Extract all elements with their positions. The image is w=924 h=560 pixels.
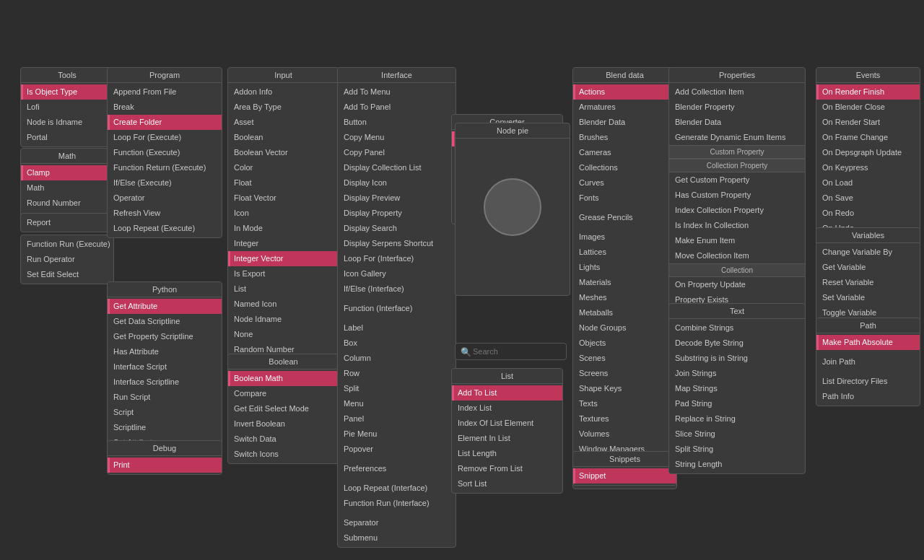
list-item[interactable]: Asset <box>228 115 339 130</box>
list-item[interactable]: Column <box>338 351 456 366</box>
list-item[interactable]: Is Export <box>228 266 339 281</box>
list-item[interactable]: Element In List <box>452 431 562 446</box>
list-item[interactable]: Clamp <box>21 165 113 180</box>
list-item[interactable]: Add To List <box>452 385 562 401</box>
list-item[interactable]: Has Attribute <box>108 344 222 359</box>
list-item[interactable]: Function (Interface) <box>338 301 456 316</box>
list-item[interactable]: Meshes <box>573 290 676 305</box>
list-item[interactable]: Break <box>108 100 222 115</box>
list-item[interactable]: Substring is in String <box>669 351 805 366</box>
list-item[interactable]: Popover <box>338 442 456 457</box>
list-item[interactable]: Function Return (Execute) <box>108 160 222 175</box>
list-item[interactable]: List <box>228 281 339 297</box>
list-item[interactable]: Boolean Vector <box>228 145 339 160</box>
list-item[interactable]: Loop For (Interface) <box>338 251 456 266</box>
list-item[interactable]: Run Script <box>108 390 222 405</box>
list-item[interactable]: Math <box>21 180 113 196</box>
list-item[interactable]: On Render Start <box>816 115 920 130</box>
list-item[interactable]: Icon Gallery <box>338 266 456 281</box>
list-item[interactable]: Slice String <box>669 426 805 442</box>
list-item[interactable]: Get Variable <box>816 260 920 275</box>
list-item[interactable]: Map Strings <box>669 381 805 396</box>
list-item[interactable]: Lights <box>573 260 676 275</box>
list-item[interactable]: On Keypress <box>816 160 920 175</box>
list-item[interactable]: On Render Finish <box>816 84 920 100</box>
list-item[interactable]: Create Folder <box>108 115 222 130</box>
list-item[interactable]: In Mode <box>228 221 339 236</box>
list-item[interactable]: Script <box>108 405 222 420</box>
list-item[interactable]: Remove From List <box>452 461 562 476</box>
list-item[interactable]: Interface Scriptline <box>108 375 222 390</box>
list-item[interactable]: Get Edit Select Mode <box>228 401 339 416</box>
list-item[interactable]: Actions <box>573 84 676 100</box>
list-item[interactable]: Combine Strings <box>669 320 805 336</box>
list-item[interactable]: Color <box>228 160 339 175</box>
list-item[interactable]: Function Run (Execute) <box>21 237 113 252</box>
list-item[interactable]: Split String <box>669 442 805 457</box>
list-item[interactable]: Sort List <box>452 476 562 491</box>
list-item[interactable]: Label <box>338 320 456 336</box>
list-item[interactable]: Integer <box>228 236 339 251</box>
list-item[interactable]: Decode Byte String <box>669 336 805 351</box>
list-item[interactable]: Split <box>338 381 456 396</box>
list-item[interactable]: Loop Repeat (Execute) <box>108 221 222 236</box>
list-item[interactable]: Button <box>338 115 456 130</box>
list-item[interactable]: Refresh View <box>108 206 222 221</box>
list-item[interactable]: Invert Boolean <box>228 416 339 432</box>
list-item[interactable]: Snippet <box>573 468 676 484</box>
list-item[interactable]: Metaballs <box>573 305 676 320</box>
list-item[interactable]: Add To Menu <box>338 84 456 100</box>
list-item[interactable]: Display Icon <box>338 175 456 191</box>
list-item[interactable]: Generate Dynamic Enum Items <box>669 130 805 145</box>
list-item[interactable]: Portal <box>21 130 113 145</box>
list-item[interactable]: Collections <box>573 160 676 175</box>
list-item[interactable]: Operator <box>108 191 222 206</box>
list-item[interactable]: Append From File <box>108 84 222 100</box>
list-item[interactable]: Blender Data <box>573 115 676 130</box>
list-item[interactable]: On Load <box>816 175 920 191</box>
list-item[interactable]: Get Attribute <box>108 299 222 314</box>
list-item[interactable]: Area By Type <box>228 100 339 115</box>
list-item[interactable]: Menu <box>338 396 456 411</box>
list-item[interactable]: Report <box>21 215 113 230</box>
search-input[interactable] <box>456 344 566 359</box>
list-item[interactable]: Replace in String <box>669 411 805 426</box>
list-item[interactable]: Display Preview <box>338 191 456 206</box>
list-item[interactable]: Submenu <box>338 530 456 546</box>
list-item[interactable]: Get Property Scriptline <box>108 329 222 344</box>
list-item[interactable]: Display Search <box>338 221 456 236</box>
list-item[interactable]: Boolean <box>228 130 339 145</box>
list-item[interactable]: Node Idname <box>228 312 339 327</box>
list-item[interactable]: Volumes <box>573 426 676 442</box>
list-item[interactable]: Print <box>108 458 222 473</box>
list-item[interactable]: Shape Keys <box>573 381 676 396</box>
list-item[interactable]: Panel <box>338 411 456 426</box>
list-item[interactable]: Display Property <box>338 206 456 221</box>
list-item[interactable]: Preferences <box>338 461 456 476</box>
list-item[interactable]: Loop Repeat (Interface) <box>338 481 456 496</box>
list-item[interactable]: Float Vector <box>228 191 339 206</box>
list-item[interactable]: Interface Script <box>108 359 222 375</box>
list-item[interactable]: On Depsgraph Update <box>816 145 920 160</box>
list-item[interactable]: Cameras <box>573 145 676 160</box>
list-item[interactable]: On Frame Change <box>816 130 920 145</box>
list-item[interactable]: List Length <box>452 446 562 461</box>
list-item[interactable]: Is Index In Collection <box>669 218 805 233</box>
list-item[interactable]: Get Custom Property <box>669 172 805 188</box>
list-item[interactable]: Addon Info <box>228 84 339 100</box>
list-item[interactable]: Row <box>338 366 456 381</box>
list-item[interactable]: Node Groups <box>573 320 676 336</box>
list-item[interactable]: Function Run (Interface) <box>338 496 456 511</box>
list-item[interactable]: Make Path Absolute <box>816 335 920 350</box>
list-item[interactable]: Path Info <box>816 389 920 404</box>
list-item[interactable]: String Length <box>669 457 805 472</box>
list-item[interactable]: Fonts <box>573 191 676 206</box>
list-item[interactable]: Lattices <box>573 245 676 260</box>
list-item[interactable]: Blender Data <box>669 115 805 130</box>
list-item[interactable]: Display Collection List <box>338 160 456 175</box>
list-item[interactable]: Float <box>228 175 339 191</box>
list-item[interactable]: Index List <box>452 401 562 416</box>
list-item[interactable]: Switch Data <box>228 432 339 447</box>
list-item[interactable]: Integer Vector <box>228 251 339 266</box>
list-item[interactable]: Get Data Scriptline <box>108 314 222 329</box>
